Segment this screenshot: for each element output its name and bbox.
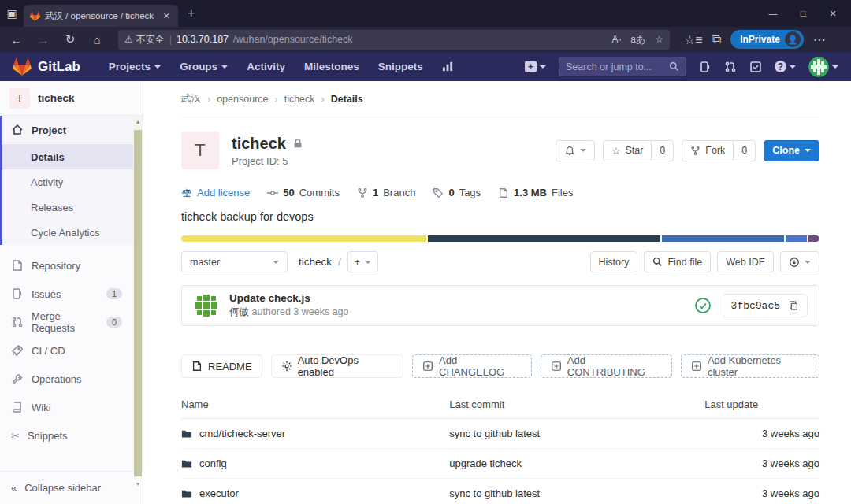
sidebar-item-operations[interactable]: Operations xyxy=(0,365,133,393)
file-commit-link[interactable]: sync to github latest xyxy=(449,479,704,504)
add-changelog-button[interactable]: Add CHANGELOG xyxy=(412,354,532,378)
nav-snippets[interactable]: Snippets xyxy=(370,56,431,77)
sidebar-item-cicd[interactable]: CI / CD xyxy=(0,336,133,365)
gitlab-brand[interactable]: GitLab xyxy=(13,57,80,76)
star-count[interactable]: 0 xyxy=(652,140,674,161)
sidebar-item-releases[interactable]: Releases xyxy=(2,195,133,220)
sidebar-project-context[interactable]: T ticheck xyxy=(0,81,143,116)
merge-requests-icon[interactable] xyxy=(724,61,737,73)
nav-activity[interactable]: Activity xyxy=(239,56,293,77)
charts-icon[interactable] xyxy=(434,56,462,77)
nav-projects[interactable]: Projects xyxy=(101,56,169,77)
repo-root-link[interactable]: ticheck xyxy=(299,256,332,268)
add-kubernetes-button[interactable]: Add Kubernetes cluster xyxy=(681,354,819,378)
clone-button[interactable]: Clone xyxy=(764,140,819,161)
new-menu-button[interactable]: + xyxy=(525,61,546,72)
fork-button[interactable]: Fork xyxy=(682,140,734,161)
history-button[interactable]: History xyxy=(590,251,638,272)
breadcrumb-current: Details xyxy=(331,94,363,105)
sidebar-item-merge-requests[interactable]: Merge Requests 0 xyxy=(0,308,133,336)
collections-icon[interactable]: ⧉ xyxy=(712,32,721,46)
user-menu[interactable] xyxy=(808,57,838,77)
add-file-button[interactable]: + xyxy=(347,251,378,272)
browser-tab[interactable]: 武汉 / opensource / ticheck · Gi ✕ xyxy=(24,5,178,27)
scroll-up-icon[interactable]: ▲ xyxy=(133,119,143,124)
breadcrumb-group[interactable]: 武汉 xyxy=(181,92,201,106)
pipeline-status-icon[interactable] xyxy=(694,297,712,314)
commit-author-avatar[interactable] xyxy=(193,292,220,319)
global-search[interactable] xyxy=(559,57,686,76)
tags-stat[interactable]: 0Tags xyxy=(433,187,481,198)
download-button[interactable] xyxy=(780,251,819,272)
notifications-button[interactable] xyxy=(556,140,595,161)
inprivate-label: InPrivate xyxy=(740,34,780,45)
project-avatar: T xyxy=(9,88,30,109)
auto-devops-button[interactable]: Auto DevOps enabled xyxy=(271,354,403,378)
table-row[interactable]: config upgrade ticheck 3 weeks ago xyxy=(181,449,819,479)
breadcrumb-project[interactable]: ticheck xyxy=(284,94,315,105)
window-close-icon[interactable]: ✕ xyxy=(819,3,846,24)
favorite-star-icon[interactable]: ☆ xyxy=(655,34,663,45)
issues-count-badge: 1 xyxy=(106,288,122,299)
sidebar-item-activity[interactable]: Activity xyxy=(2,169,133,195)
window-maximize-icon[interactable]: □ xyxy=(790,3,816,24)
forward-icon[interactable]: → xyxy=(32,29,55,50)
branches-stat[interactable]: 1Branch xyxy=(357,187,415,198)
sidebar-item-snippets[interactable]: ✂ Snippets xyxy=(0,421,133,450)
scrollbar-thumb[interactable] xyxy=(134,130,142,476)
branch-selector[interactable]: master xyxy=(181,251,288,272)
commit-author-link[interactable]: 何傲 xyxy=(229,306,249,317)
settings-menu-icon[interactable]: ⋯ xyxy=(813,32,826,47)
files-stat[interactable]: 1.3 MBFiles xyxy=(498,187,573,198)
table-row[interactable]: executor sync to github latest 3 weeks a… xyxy=(181,479,819,504)
file-commit-link[interactable]: sync to github latest xyxy=(449,419,704,449)
read-aloud-icon[interactable]: Aⁿ xyxy=(612,34,622,45)
language-bar[interactable] xyxy=(181,235,819,242)
readme-button[interactable]: README xyxy=(181,354,262,378)
sidebar-item-wiki[interactable]: Wiki xyxy=(0,393,133,421)
tab-close-icon[interactable]: ✕ xyxy=(162,11,172,21)
issues-icon[interactable] xyxy=(699,61,712,73)
sidebar-item-issues[interactable]: Issues 1 xyxy=(0,280,133,308)
search-input[interactable] xyxy=(566,61,669,72)
sidebar-item-cycle-analytics[interactable]: Cycle Analytics xyxy=(2,220,133,245)
copy-icon[interactable] xyxy=(788,300,799,311)
breadcrumb-subgroup[interactable]: opensource xyxy=(217,94,268,105)
window-minimize-icon[interactable]: — xyxy=(760,3,786,24)
new-tab-icon[interactable]: + xyxy=(188,6,195,20)
sidebar-item-details[interactable]: Details xyxy=(2,144,133,169)
sidebar-item-repository[interactable]: Repository xyxy=(0,251,133,280)
inprivate-badge[interactable]: InPrivate 👤 xyxy=(730,30,804,49)
add-license-link[interactable]: Add license xyxy=(181,187,250,198)
search-icon xyxy=(652,257,663,267)
commits-stat[interactable]: 50Commits xyxy=(267,187,340,198)
file-name-link[interactable]: executor xyxy=(199,487,239,499)
sidebar-item-project[interactable]: Project xyxy=(2,116,133,144)
home-icon[interactable]: ⌂ xyxy=(85,29,109,50)
find-file-button[interactable]: Find file xyxy=(644,251,711,272)
add-contributing-button[interactable]: Add CONTRIBUTING xyxy=(541,354,672,378)
collapse-sidebar-button[interactable]: « Collapse sidebar xyxy=(0,471,143,504)
gear-icon xyxy=(281,361,292,372)
todos-icon[interactable] xyxy=(749,61,762,73)
help-menu[interactable]: ? xyxy=(775,61,796,72)
table-row[interactable]: cmd/ticheck-server sync to github latest… xyxy=(181,419,819,449)
star-button[interactable]: ☆ Star xyxy=(603,140,652,161)
scroll-down-icon[interactable]: ▼ xyxy=(133,481,143,487)
back-icon[interactable]: ← xyxy=(5,29,28,50)
refresh-icon[interactable]: ↻ xyxy=(58,29,82,50)
nav-milestones[interactable]: Milestones xyxy=(296,56,367,77)
sidebar-scrollbar[interactable]: ▲ ▼ xyxy=(133,116,143,471)
file-commit-link[interactable]: upgrade ticheck xyxy=(449,449,704,479)
address-bar[interactable]: ⚠ 不安全 | 10.3.70.187/wuhan/opensource/tic… xyxy=(118,30,670,50)
file-name-link[interactable]: config xyxy=(199,458,227,469)
favorites-bar-icon[interactable]: ☆≡ xyxy=(684,32,703,47)
nav-groups[interactable]: Groups xyxy=(172,56,236,77)
translate-icon[interactable]: aあ xyxy=(630,33,645,46)
web-ide-button[interactable]: Web IDE xyxy=(717,251,774,272)
file-name-link[interactable]: cmd/ticheck-server xyxy=(199,428,285,439)
not-secure-warning[interactable]: ⚠ 不安全 xyxy=(124,33,165,46)
commit-title-link[interactable]: Update check.js xyxy=(229,292,349,304)
fork-count[interactable]: 0 xyxy=(734,140,756,161)
tab-actions-icon[interactable]: ▣ xyxy=(0,7,24,20)
